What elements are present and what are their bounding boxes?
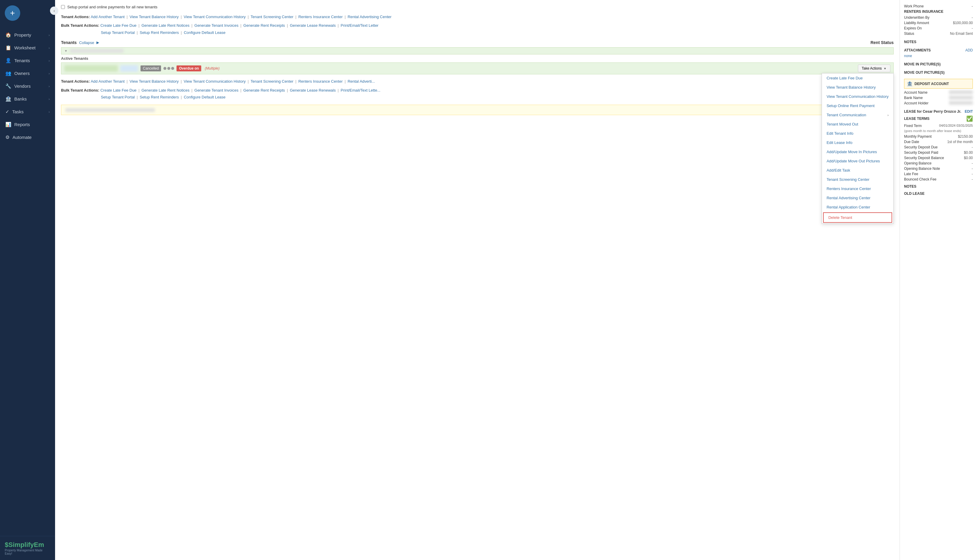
account-name-label: Account Name — [904, 90, 928, 95]
liability-amount-label: Liability Amount — [904, 21, 929, 25]
sidebar-collapse-button[interactable]: ‹ — [50, 7, 59, 15]
section2-actions: Tenant Actions: Add Another Tenant | Vie… — [61, 78, 893, 100]
menu-item-add-edit-task[interactable]: Add/Edit Task — [822, 166, 893, 175]
menu-item-delete-tenant[interactable]: Delete Tenant — [823, 212, 892, 223]
tenant-screening-link[interactable]: Tenant Screening Center — [251, 15, 293, 19]
opening-balance-label: Opening Balance — [904, 161, 932, 165]
gen-rent-receipts-link2[interactable]: Generate Rent Receipts — [244, 88, 285, 92]
generate-rent-receipts-link[interactable]: Generate Rent Receipts — [244, 23, 285, 28]
menu-item-view-balance-history[interactable]: View Tenant Balance History — [822, 83, 893, 92]
move-in-pictures-section: MOVE IN PICTURE(S) — [904, 62, 973, 66]
view-tenant-comm-link2[interactable]: View Tenant Communication History — [184, 79, 246, 83]
setup-tenant-portal-link2[interactable]: Setup Tenant Portal — [101, 95, 135, 99]
dots-cell — [164, 67, 174, 70]
menu-item-edit-tenant-info[interactable]: Edit Tenant Info — [822, 129, 893, 138]
sidebar-item-label-tasks: Tasks — [12, 109, 23, 114]
view-tenant-balance-link2[interactable]: View Tenant Balance History — [129, 79, 179, 83]
sidebar-item-banks[interactable]: 🏦 Banks › — [0, 92, 55, 105]
deposit-account-section: 🏦 DEPOSIT ACCOUNT Account Name Bank Name… — [904, 79, 973, 105]
bounced-check-fee-value: - — [972, 177, 973, 182]
work-phone-row: Work Phone - — [904, 4, 973, 8]
banks-icon: 🏦 — [5, 96, 11, 102]
menu-item-edit-lease-info[interactable]: Edit Lease Info — [822, 138, 893, 147]
rental-advertising-link[interactable]: Rental Advertising Center — [348, 15, 391, 19]
security-deposit-due-value: - — [972, 145, 973, 149]
menu-item-rental-advertising[interactable]: Rental Advertising Center — [822, 193, 893, 203]
multiple-badge: (Multiple) — [205, 66, 219, 70]
sidebar-item-label-automate: Automate — [12, 135, 32, 140]
due-date-row: Due Date 1st of the month — [904, 140, 973, 144]
add-another-tenant-link2[interactable]: Add Another Tenant — [91, 79, 125, 83]
rental-advertising-link2[interactable]: Rental Adverti... — [348, 79, 375, 83]
menu-item-advertising-label: Rental Advertising Center — [826, 196, 870, 200]
security-deposit-balance-row: Security Deposit Balance $0.00 — [904, 156, 973, 160]
bulk-actions-row2: Bulk Tenant Actions: Create Late Fee Due… — [61, 87, 893, 101]
menu-item-delete-label: Delete Tenant — [828, 215, 852, 220]
sidebar-item-reports[interactable]: 📊 Reports — [0, 118, 55, 131]
account-holder-row: Account Holder — [904, 101, 973, 105]
sidebar-footer: $SimplifyEm Property Management Made Eas… — [0, 536, 55, 560]
sidebar-item-vendors[interactable]: 🔧 Vendors › — [0, 80, 55, 92]
add-attachment-link[interactable]: ADD — [965, 48, 973, 52]
sidebar-item-tasks[interactable]: ✓ Tasks › — [0, 105, 55, 118]
renters-insurance-link[interactable]: Renters Insurance Center — [298, 15, 343, 19]
setup-reminders-link2[interactable]: Setup Rent Reminders — [140, 95, 179, 99]
sidebar-item-automate[interactable]: ⚙ Automate — [0, 131, 55, 143]
lease-section: LEASE for Cesar Perry Orozco Jr. EDIT LE… — [904, 110, 973, 196]
create-late-fee-link[interactable]: Create Late Fee Due — [100, 23, 136, 28]
liability-amount-value: $100,000.00 — [953, 21, 973, 25]
automate-icon: ⚙ — [5, 135, 10, 140]
tenant-screening-link2[interactable]: Tenant Screening Center — [251, 79, 293, 83]
renters-insurance-link2[interactable]: Renters Insurance Center — [298, 79, 343, 83]
month-to-month-note: (goes month to month after lease ends) — [904, 129, 973, 133]
view-tenant-balance-link[interactable]: View Tenant Balance History — [129, 15, 179, 19]
setup-rent-reminders-link[interactable]: Setup Rent Reminders — [140, 30, 179, 35]
print-email-text-letter-link[interactable]: Print/Email/Text Letter — [341, 23, 378, 28]
attachments-value[interactable]: none — [904, 54, 912, 58]
configure-default-lease-link[interactable]: Configure Default Lease — [184, 30, 225, 35]
chevron-right-icon-6: › — [49, 97, 50, 101]
configure-lease-link2[interactable]: Configure Default Lease — [184, 95, 225, 99]
menu-item-setup-online-rent[interactable]: Setup Online Rent Payment — [822, 101, 893, 110]
add-another-tenant-link[interactable]: Add Another Tenant — [91, 15, 125, 19]
attachments-section: ATTACHMENTS ADD none — [904, 48, 973, 58]
add-new-button[interactable]: + — [5, 5, 20, 21]
menu-item-application-label: Rental Application Center — [826, 205, 870, 209]
lease-terms-title: LEASE TERMS — [904, 117, 929, 121]
menu-item-add-move-out-pictures[interactable]: Add/Update Move Out Pictures — [822, 157, 893, 166]
menu-item-rental-application[interactable]: Rental Application Center — [822, 203, 893, 212]
menu-item-renters-insurance[interactable]: Renters Insurance Center — [822, 184, 893, 193]
sidebar-item-tenants[interactable]: 👤 Tenants › — [0, 54, 55, 67]
expires-on-value: - — [972, 26, 973, 30]
menu-item-tenant-screening[interactable]: Tenant Screening Center — [822, 175, 893, 184]
bulk-actions-label: Bulk Tenant Actions: — [61, 23, 99, 28]
menu-item-add-move-in-pictures[interactable]: Add/Update Move In Pictures — [822, 147, 893, 157]
setup-tenant-portal-link[interactable]: Setup Tenant Portal — [101, 30, 135, 35]
renters-insurance-title: RENTERS INSURANCE — [904, 10, 973, 14]
sidebar-item-worksheet[interactable]: 📋 Worksheet › — [0, 41, 55, 54]
menu-item-view-comm-history[interactable]: View Tenant Communication History — [822, 92, 893, 101]
sidebar-item-property[interactable]: 🏠 Property › — [0, 28, 55, 41]
gen-tenant-invoices-link2[interactable]: Generate Tenant Invoices — [194, 88, 238, 92]
tasks-icon: ✓ — [5, 109, 9, 115]
menu-item-tenant-communication[interactable]: Tenant Communication › — [822, 110, 893, 120]
print-letter-link2[interactable]: Print/Email/Text Lette... — [341, 88, 380, 92]
gen-late-notices-link2[interactable]: Generate Late Rent Notices — [141, 88, 189, 92]
create-late-fee-link2[interactable]: Create Late Fee Due — [100, 88, 136, 92]
due-date-label: Due Date — [904, 140, 919, 144]
collapse-link[interactable]: Collapse — [79, 40, 94, 45]
menu-item-create-late-fee[interactable]: Create Late Fee Due — [822, 73, 893, 83]
menu-item-tenant-moved-out[interactable]: Tenant Moved Out — [822, 120, 893, 129]
sidebar-item-label-reports: Reports — [14, 122, 30, 127]
generate-tenant-invoices-link[interactable]: Generate Tenant Invoices — [194, 23, 238, 28]
take-actions-button[interactable]: Take Actions ▼ — [858, 65, 890, 72]
lease-edit-link[interactable]: EDIT — [965, 110, 973, 113]
lease-for-title: LEASE for Cesar Perry Orozco Jr. — [904, 110, 961, 113]
view-tenant-comm-link[interactable]: View Tenant Communication History — [184, 15, 246, 19]
generate-late-rent-notices-link[interactable]: Generate Late Rent Notices — [141, 23, 189, 28]
sidebar-item-owners[interactable]: 👥 Owners › — [0, 67, 55, 80]
generate-lease-renewals-link[interactable]: Generate Lease Renewals — [290, 23, 336, 28]
setup-portal-checkbox[interactable] — [61, 5, 65, 9]
main-content: Setup portal and online payments for all… — [55, 0, 900, 560]
gen-lease-renewals-link2[interactable]: Generate Lease Renewals — [290, 88, 336, 92]
